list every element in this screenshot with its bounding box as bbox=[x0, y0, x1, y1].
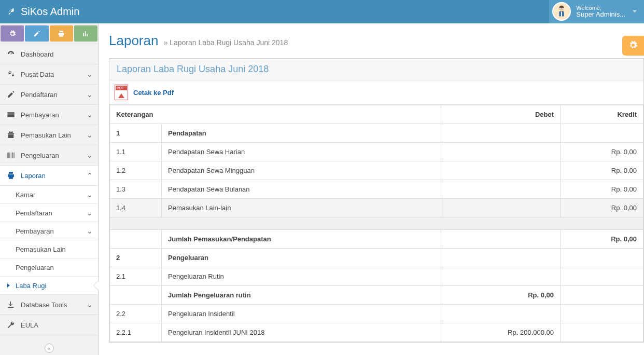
chevron-down-icon: ⌄ bbox=[87, 70, 93, 78]
shortcut-settings[interactable] bbox=[1, 25, 24, 42]
submenu-item-label: Laba Rugi bbox=[16, 282, 46, 290]
cell-num: 2.2.1 bbox=[110, 323, 162, 342]
chevron-left-icon: « bbox=[48, 346, 51, 351]
cell-label: Jumlah Pengeluaran rutin bbox=[162, 286, 441, 305]
table-row: 1.3Pendapatan Sewa BulananRp. 0,00 bbox=[110, 180, 643, 199]
cell-kredit: Rp. 0,00 bbox=[561, 230, 643, 249]
gift-icon bbox=[6, 131, 16, 139]
chevron-down-icon: ⌄ bbox=[87, 111, 93, 119]
user-menu[interactable]: Welcome, Super Adminis... bbox=[549, 0, 644, 23]
submenu-item-kamar[interactable]: Kamar⌄ bbox=[0, 186, 98, 204]
chevron-down-icon: ⌄ bbox=[87, 131, 93, 139]
sidebar-item-label: Pemasukan Lain bbox=[21, 131, 81, 139]
submenu-item-laba-rugi[interactable]: Laba Rugi bbox=[0, 277, 98, 295]
chevron-down-icon: ⌄ bbox=[87, 227, 93, 235]
cell-num: 1.3 bbox=[110, 180, 162, 199]
chevron-down-icon: ⌄ bbox=[87, 171, 93, 180]
table-row: Jumlah Pemasukan/PendapatanRp. 0,00 bbox=[110, 230, 643, 249]
submenu-item-pembayaran[interactable]: Pembayaran⌄ bbox=[0, 222, 98, 240]
cell-debet: Rp. 200.000,00 bbox=[441, 323, 561, 342]
submenu-item-pendaftaran[interactable]: Pendaftaran⌄ bbox=[0, 204, 98, 222]
cell-debet bbox=[441, 249, 561, 267]
table-header-row: Keterangan Debet Kredit bbox=[110, 105, 643, 124]
page-header: Laporan » Laporan Laba Rugi Usaha Juni 2… bbox=[109, 33, 644, 49]
sidebar-item-pemasukan-lain[interactable]: Pemasukan Lain⌄ bbox=[0, 125, 98, 145]
wrench-icon bbox=[6, 321, 16, 329]
pdf-export-row: Cetak ke Pdf bbox=[109, 80, 643, 105]
cell-debet: Rp. 0,00 bbox=[441, 286, 561, 305]
cell-debet bbox=[441, 124, 561, 143]
cell-debet bbox=[441, 230, 561, 249]
cell-label: Pengeluran Insidentil JUNI 2018 bbox=[162, 323, 441, 342]
cell-label: Pendapatan Sewa Harian bbox=[162, 143, 441, 161]
sidebar-collapse-button[interactable]: « bbox=[45, 344, 54, 353]
cell-label: Pengeluaran bbox=[162, 249, 441, 267]
submenu-item-pengeluaran[interactable]: Pengeluaran bbox=[0, 258, 98, 277]
sidebar-item-pembayaran[interactable]: Pembayaran⌄ bbox=[0, 105, 98, 125]
cell-num: 1 bbox=[110, 124, 162, 143]
table-row bbox=[110, 217, 643, 230]
chevron-down-icon: ⌄ bbox=[87, 301, 93, 309]
table-row: 2.2Pengeluaran Insidentil bbox=[110, 305, 643, 323]
sidebar-item-eula[interactable]: EULA bbox=[0, 315, 98, 335]
cell-num: 2.1 bbox=[110, 267, 162, 286]
brand-title: SiKos Admin bbox=[21, 6, 79, 18]
cell-kredit bbox=[561, 286, 643, 305]
page-subtitle: » Laporan Laba Rugi Usaha Juni 2018 bbox=[163, 38, 288, 47]
table-row: 2Pengeluaran bbox=[110, 249, 643, 267]
cell-label: Pendapatan Sewa Bulanan bbox=[162, 180, 441, 199]
chevron-down-icon: ⌄ bbox=[87, 90, 93, 99]
download-icon bbox=[6, 301, 16, 309]
report-panel: Laporan Laba Rugi Usaha Juni 2018 Cetak … bbox=[109, 58, 644, 343]
shortcut-stats[interactable] bbox=[74, 25, 97, 42]
brand[interactable]: SiKos Admin bbox=[6, 5, 79, 18]
caret-down-icon bbox=[633, 10, 637, 12]
cogs-icon bbox=[6, 70, 16, 78]
cell-kredit: Rp. 0,00 bbox=[561, 180, 643, 199]
cell-num bbox=[110, 230, 162, 249]
edit-icon bbox=[6, 90, 16, 99]
cell-num: 1.1 bbox=[110, 143, 162, 161]
cell-kredit: Rp. 0,00 bbox=[561, 161, 643, 180]
cell-num bbox=[110, 286, 162, 305]
username-label: Super Adminis... bbox=[576, 11, 625, 18]
page-title: Laporan bbox=[109, 33, 158, 49]
table-row: 1.2Pendapatan Sewa MingguanRp. 0,00 bbox=[110, 161, 643, 180]
sidebar-item-label: Pendaftaran bbox=[21, 91, 81, 99]
sidebar-item-pengeluaran[interactable]: Pengeluaran⌄ bbox=[0, 145, 98, 166]
top-header: SiKos Admin Welcome, Super Adminis... bbox=[0, 0, 644, 23]
panel-title: Laporan Laba Rugi Usaha Juni 2018 bbox=[109, 59, 643, 80]
settings-tab[interactable] bbox=[622, 36, 644, 56]
col-kredit: Kredit bbox=[561, 105, 643, 124]
sidebar-item-laporan[interactable]: Laporan⌄ bbox=[0, 166, 98, 186]
col-debet: Debet bbox=[441, 105, 561, 124]
sidebar-item-pendaftaran[interactable]: Pendaftaran⌄ bbox=[0, 85, 98, 105]
submenu-item-label: Pembayaran bbox=[16, 227, 54, 235]
avatar bbox=[552, 2, 571, 21]
sidebar-item-dashboard[interactable]: Dashboard bbox=[0, 44, 98, 64]
chevron-down-icon: ⌄ bbox=[87, 209, 93, 217]
submenu-item-label: Pengeluaran bbox=[16, 264, 54, 271]
chevron-down-icon: ⌄ bbox=[87, 151, 93, 159]
table-row: 1.4Pemasukan Lain-lainRp. 0,00 bbox=[110, 199, 643, 217]
sidebar-item-pusat-data[interactable]: Pusat Data⌄ bbox=[0, 64, 98, 85]
credit-card-icon bbox=[6, 111, 16, 119]
dashboard-icon bbox=[6, 50, 16, 58]
cell-kredit bbox=[561, 249, 643, 267]
shortcut-print[interactable] bbox=[50, 25, 73, 42]
cell-label: Pendapatan Sewa Mingguan bbox=[162, 161, 441, 180]
report-table: Keterangan Debet Kredit 1Pendapatan1.1Pe… bbox=[109, 105, 643, 342]
leaf-icon bbox=[6, 5, 17, 18]
submenu-laporan: Kamar⌄Pendaftaran⌄Pembayaran⌄Pemasukan L… bbox=[0, 186, 98, 295]
cell-label: Pendapatan bbox=[162, 124, 441, 143]
shortcut-edit[interactable] bbox=[25, 25, 48, 42]
sidebar-item-label: Pusat Data bbox=[21, 71, 81, 78]
cell-kredit bbox=[561, 305, 643, 323]
sidebar-item-database-tools[interactable]: Database Tools⌄ bbox=[0, 295, 98, 315]
main-content: Laporan » Laporan Laba Rugi Usaha Juni 2… bbox=[99, 23, 644, 355]
cell-num: 2 bbox=[110, 249, 162, 267]
table-row: 1Pendapatan bbox=[110, 124, 643, 143]
submenu-item-pemasukan-lain[interactable]: Pemasukan Lain bbox=[0, 240, 98, 258]
cell-kredit bbox=[561, 267, 643, 286]
export-pdf-link[interactable]: Cetak ke Pdf bbox=[133, 89, 174, 97]
